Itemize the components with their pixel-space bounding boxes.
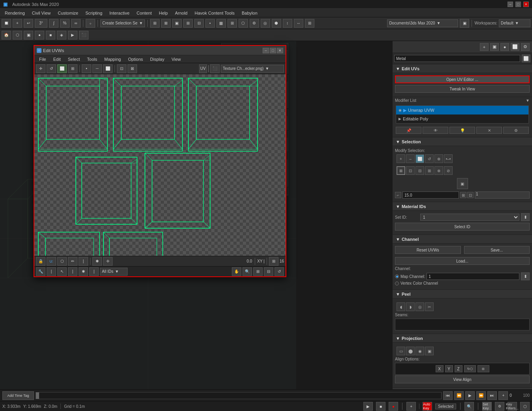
uvw-menu-file[interactable]: File — [36, 56, 49, 62]
align-y-btn[interactable]: Y — [445, 365, 453, 372]
uvw-menu-select[interactable]: Select — [65, 56, 83, 62]
align-more-btn[interactable]: ↻⬡ — [464, 365, 476, 372]
tb-tool4[interactable]: % — [60, 19, 70, 28]
rs-icon-circle[interactable]: ● — [500, 43, 509, 51]
sel-angle-icon[interactable]: ⌐ — [395, 192, 401, 198]
tb-tool12[interactable]: ▦ — [216, 19, 226, 28]
uvw-status-icon[interactable]: 🔧 — [36, 267, 45, 276]
edit-uvs-header[interactable]: ▼ Edit UVs — [393, 64, 532, 73]
tl-prev[interactable]: ⏮ — [443, 391, 453, 400]
uvw-bt-grid-icon[interactable]: ⊞ — [269, 257, 278, 266]
create-selection-dropdown[interactable]: Create Selection Se ▼ — [100, 19, 145, 27]
mod-eye-icon[interactable]: 👁 — [423, 127, 448, 134]
channel-header[interactable]: ▼ Channel — [393, 235, 532, 244]
reset-uvws-btn[interactable]: Reset UVWs — [395, 246, 461, 254]
sel-icon-ring[interactable]: ⊕ — [434, 154, 443, 163]
menu-rendering[interactable]: Rendering — [2, 10, 28, 16]
map-channel-radio[interactable]: Map Channel: ⬍ — [395, 272, 530, 280]
tb2-5[interactable]: ■ — [46, 31, 55, 39]
status-play-btn[interactable]: ▶ — [363, 402, 373, 411]
load-btn[interactable]: Load... — [395, 257, 530, 265]
uvw-tb-snap2[interactable]: ⊠ — [128, 64, 137, 73]
sel-angle-input[interactable] — [402, 191, 459, 199]
tl-prev-frame[interactable]: ⏪ — [454, 391, 464, 400]
menu-interactive[interactable]: Interactive — [106, 10, 133, 16]
peel-sidebar-header[interactable]: ▼ Peel — [393, 290, 532, 298]
menu-customize[interactable]: Customize — [55, 10, 81, 16]
save-btn[interactable]: Save... — [464, 246, 530, 254]
uvw-minimize-btn[interactable]: – — [263, 48, 269, 53]
tb2-6[interactable]: ◈ — [57, 31, 66, 39]
status-search-btn[interactable]: 🔍 — [464, 402, 474, 411]
peel-icon-3[interactable]: ◎ — [415, 302, 424, 311]
sel-grid2[interactable]: ⊡ — [467, 192, 474, 198]
sel-icon-point-to-point[interactable]: •–• — [444, 154, 453, 163]
timeline-bar[interactable] — [36, 392, 442, 399]
uvw-tb-move[interactable]: ✛ — [36, 64, 45, 73]
menu-scripting[interactable]: Scripting — [82, 10, 105, 16]
tb-tool19[interactable]: ↔ — [294, 19, 303, 28]
uv-canvas[interactable] — [34, 74, 286, 256]
uvw-status-zoom2[interactable]: ⊟ — [264, 267, 273, 276]
tb-tool18[interactable]: ↕ — [283, 19, 292, 28]
close-button[interactable]: ✕ — [523, 2, 529, 7]
tb-tool6[interactable]: ⊞ — [150, 19, 160, 28]
tb2-3[interactable]: ▣ — [24, 31, 33, 39]
tb-tool13[interactable]: ⊞ — [227, 19, 237, 28]
tb-tool8[interactable]: ▣ — [172, 19, 182, 28]
uvw-status-tool3[interactable]: | — [89, 267, 99, 276]
status-record-btn[interactable]: ● — [389, 402, 398, 411]
sel-cube-icon[interactable]: ▣ — [457, 178, 468, 189]
tb-tool20[interactable]: ⊞ — [305, 19, 314, 28]
uvw-tb-select-poly[interactable]: ⬜ — [103, 64, 113, 73]
tb-tool9[interactable]: ⊞ — [183, 19, 193, 28]
tb-path-btn[interactable]: ▣ — [460, 19, 469, 28]
open-uv-editor-btn[interactable]: Open UV Editor ... — [395, 75, 530, 83]
sel-icon-subobj3[interactable]: ⊟ — [415, 166, 424, 175]
set-key-btn[interactable]: Set Key — [482, 402, 492, 411]
sel-icon-grow[interactable]: + — [397, 154, 405, 163]
selection-header[interactable]: ▼ Selection — [393, 137, 532, 146]
uvw-status-zoom[interactable]: ⊞ — [253, 267, 263, 276]
sel-num-select[interactable]: 1 — [475, 191, 530, 199]
uvw-tb-scale[interactable]: ⬜ — [57, 64, 67, 73]
view-align-btn[interactable]: View Align — [395, 375, 530, 383]
modifier-unwrap-uvw[interactable]: ◉ ▶ Unwrap UVW — [396, 106, 528, 114]
peel-icon-2[interactable]: ◗ — [406, 302, 415, 311]
uvw-bt-move2[interactable]: ⬡ — [57, 257, 67, 266]
tb-tool5[interactable]: ∞ — [71, 19, 81, 28]
menu-content[interactable]: Content — [133, 10, 155, 16]
select-id-btn[interactable]: Select ID — [395, 223, 530, 231]
uvw-tb-rotate[interactable]: ↺ — [47, 64, 56, 73]
mod-edit-icon[interactable]: ⚙ — [503, 127, 529, 134]
uvw-tb-select-edge[interactable]: ─ — [92, 64, 102, 73]
uvw-menu-view[interactable]: View — [168, 56, 184, 62]
path-dropdown[interactable]: Documents\3ds Max 2020 ▼ — [387, 19, 458, 27]
uvw-texture-dropdown[interactable]: Texture Ch...ecker.png) ▼ — [221, 65, 284, 73]
uvw-status-tool2[interactable]: | — [68, 267, 77, 276]
projection-header[interactable]: ▼ Projection — [393, 334, 532, 343]
map-channel-spin[interactable]: ⬍ — [521, 272, 530, 280]
sel-grid1[interactable]: ⊞ — [460, 192, 466, 198]
sel-icon-subobj5[interactable]: ⊗ — [434, 166, 443, 175]
rs-icon-rect[interactable]: ⬜ — [511, 43, 519, 51]
sel-icon-loop[interactable]: ↺ — [425, 154, 434, 163]
tb-tool11[interactable]: ▪ — [205, 19, 215, 28]
uvw-status-lock[interactable]: | — [47, 267, 56, 276]
tb-undo[interactable]: ↩ — [24, 19, 33, 28]
tl-add-tag[interactable]: Add Time Tag — [2, 391, 34, 400]
tb-tool16[interactable]: ◎ — [261, 19, 270, 28]
uvw-tb-freeform[interactable]: ⊞ — [68, 64, 77, 73]
sel-icon-element[interactable]: ⬜ — [415, 154, 424, 163]
uvw-bt-cross[interactable]: ✛ — [103, 257, 113, 266]
uvw-controls[interactable]: – □ ✕ — [263, 48, 283, 53]
tb2-8[interactable]: ⬛ — [79, 31, 88, 39]
uvw-bt-u[interactable]: U: — [47, 257, 56, 266]
tweak-in-view-btn[interactable]: Tweak In View — [395, 85, 530, 93]
uvw-tb-select-vert[interactable]: • — [82, 64, 91, 73]
uvw-ids-dropdown[interactable]: All IDs ▼ — [100, 268, 128, 276]
tb2-2[interactable]: ⬡ — [13, 31, 22, 39]
tl-play[interactable]: ▶ — [465, 391, 475, 400]
proj-icon-sphere[interactable]: ◉ — [415, 347, 424, 355]
sel-icon-shrink[interactable]: – — [406, 154, 415, 163]
